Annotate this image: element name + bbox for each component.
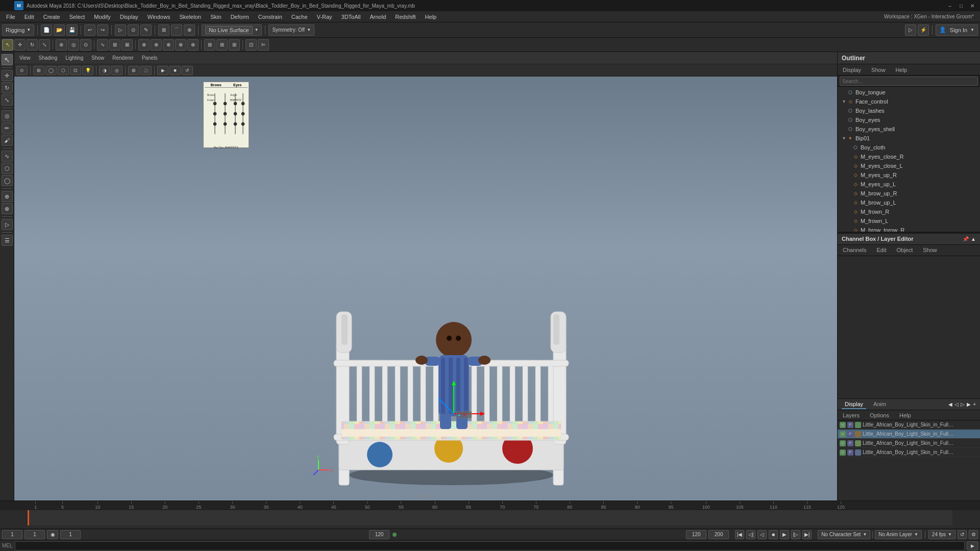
align-btn[interactable]: ⊨: [258, 39, 269, 51]
tree-item-bip01[interactable]: ▼ ✦ Bip01: [838, 134, 980, 143]
ipr-btn[interactable]: ⚡: [918, 24, 929, 36]
menu-modify[interactable]: Modify: [90, 13, 114, 21]
layers-next-btn[interactable]: ▶: [967, 402, 971, 407]
channel-box-expand[interactable]: ▲: [971, 236, 976, 242]
menu-3dtoall[interactable]: 3DToAll: [337, 13, 365, 21]
menu-display[interactable]: Display: [116, 13, 142, 21]
transform-select-btn[interactable]: ↖: [2, 39, 13, 51]
anim-prefs-btn[interactable]: ⚙: [969, 530, 978, 539]
range-start-input[interactable]: [686, 530, 706, 539]
paint-tool[interactable]: 🖌: [2, 135, 13, 146]
paint-sel-btn[interactable]: ✎: [140, 24, 152, 36]
rotate-tool[interactable]: ↻: [2, 82, 13, 93]
cvs-btn[interactable]: ∿: [97, 39, 108, 51]
new-scene-btn[interactable]: 📄: [41, 24, 52, 36]
save-scene-btn[interactable]: 💾: [66, 24, 78, 36]
joint-tool[interactable]: ⊕: [2, 191, 13, 202]
misc8-btn[interactable]: ⊞: [229, 39, 240, 51]
stop-btn[interactable]: ■: [769, 530, 778, 539]
scale-tool[interactable]: ⤡: [2, 94, 13, 106]
no-anim-layer-dropdown[interactable]: No Anim Layer ▼: [875, 530, 922, 539]
vp-smooth-btn[interactable]: ◯: [45, 66, 57, 75]
sculpt-tool[interactable]: ✏: [2, 122, 13, 134]
outliner-tab-display[interactable]: Display: [840, 66, 864, 74]
snap-grid-btn[interactable]: ⊞: [158, 24, 169, 36]
frame-start-input[interactable]: [2, 530, 22, 539]
tree-item-face-control[interactable]: ▼ ◇ Face_control: [838, 97, 980, 106]
misc1-btn[interactable]: ⊕: [138, 39, 150, 51]
layer-row-4[interactable]: V P Little_African_Boy_Light_Skin_in_Ful…: [838, 448, 980, 457]
snap-point-btn[interactable]: ⊕: [184, 24, 195, 36]
vp-loop-btn[interactable]: ↺: [182, 66, 193, 75]
tree-item-m-frown-r[interactable]: ◇ M_frown_R: [838, 207, 980, 216]
cb-tab-channels[interactable]: Channels: [840, 246, 869, 254]
outliner-search-input[interactable]: [840, 77, 978, 86]
layer-tab-display[interactable]: Display: [842, 400, 866, 409]
symmetry-dropdown[interactable]: Symmetry: Off ▼: [268, 24, 314, 36]
layer-row-3[interactable]: V P Little_African_Boy_Light_Skin_in_Ful…: [838, 439, 980, 448]
vp-flat-btn[interactable]: ⬡: [58, 66, 69, 75]
channel-box-pin[interactable]: 📌: [963, 236, 969, 242]
lasso-btn[interactable]: ⊙: [128, 24, 139, 36]
frame-anim-toggle[interactable]: ◉: [47, 530, 58, 539]
misc3-btn[interactable]: ⊕: [163, 39, 174, 51]
curve-tool[interactable]: ∿: [2, 151, 13, 162]
misc5-btn[interactable]: ⊕: [187, 39, 199, 51]
tree-item-m-eyes-close-l[interactable]: ◇ M_eyes_close_L: [838, 161, 980, 170]
layer-tab-anim[interactable]: Anim: [870, 400, 889, 409]
outliner-tab-show[interactable]: Show: [868, 66, 889, 74]
universal-manip-btn[interactable]: ⊛: [56, 39, 67, 51]
view-menu[interactable]: View: [16, 55, 34, 61]
vp-light-btn[interactable]: 💡: [82, 66, 93, 75]
redo-btn[interactable]: ↪: [97, 24, 108, 36]
vp-grid-btn[interactable]: ⊞: [128, 66, 139, 75]
open-scene-btn[interactable]: 📂: [54, 24, 65, 36]
show-menu[interactable]: Show: [88, 55, 107, 61]
show-manip-btn[interactable]: ⊙: [80, 39, 91, 51]
misc2-btn[interactable]: ⊕: [151, 39, 162, 51]
vp-ssao-btn[interactable]: ◎: [111, 66, 122, 75]
mel-run-btn[interactable]: ▶: [967, 541, 978, 550]
outliner-tab-help[interactable]: Help: [893, 66, 911, 74]
layers-add-btn[interactable]: +: [973, 402, 976, 407]
misc4-btn[interactable]: ⊕: [175, 39, 186, 51]
minimize-button[interactable]: –: [946, 2, 953, 9]
play-fwd-btn[interactable]: ▶: [780, 530, 789, 539]
renderer-menu[interactable]: Renderer: [109, 55, 137, 61]
scale-btn[interactable]: ⤡: [39, 39, 50, 51]
layers-tab-help[interactable]: Help: [896, 411, 914, 419]
menu-constrain[interactable]: Constrain: [254, 13, 286, 21]
tree-item-m-eyes-close-r[interactable]: ◇ M_eyes_close_R: [838, 152, 980, 161]
play-back-btn[interactable]: ◁: [757, 530, 767, 539]
timeline-bar[interactable]: [28, 510, 952, 525]
render-region[interactable]: ▷: [2, 219, 13, 230]
menu-skin[interactable]: Skin: [206, 13, 225, 21]
layers-tab-options[interactable]: Options: [867, 411, 892, 419]
rotate-btn[interactable]: ↻: [27, 39, 38, 51]
range-end-input[interactable]: [708, 530, 729, 539]
vp-wireframe-btn[interactable]: ⊞: [33, 66, 44, 75]
cb-tab-edit[interactable]: Edit: [873, 246, 889, 254]
maximize-button[interactable]: □: [958, 2, 965, 9]
tree-item-m-brow-up-r[interactable]: ◇ M_brow_up_R: [838, 189, 980, 198]
soft-mod-tool[interactable]: ◎: [2, 110, 13, 121]
cb-tab-object[interactable]: Object: [893, 246, 916, 254]
menu-cache[interactable]: Cache: [287, 13, 312, 21]
menu-windows[interactable]: Windows: [143, 13, 175, 21]
misc7-btn[interactable]: ⊞: [216, 39, 228, 51]
lighting-menu[interactable]: Lighting: [62, 55, 86, 61]
face-control-panel[interactable]: Brows Eyes: [203, 82, 249, 148]
tree-item-m-brow-torow-r[interactable]: ◇ M_brow_torow_R: [838, 226, 980, 232]
vp-select-camera[interactable]: ⊙: [16, 66, 28, 75]
frame-current-input[interactable]: [24, 530, 45, 539]
layers-back-btn[interactable]: ◁: [954, 402, 959, 407]
shading-menu[interactable]: Shading: [36, 55, 61, 61]
menu-help[interactable]: Help: [421, 13, 441, 21]
menu-arnold[interactable]: Arnold: [365, 13, 390, 21]
tree-item-m-eyes-up-r[interactable]: ◇ M_eyes_up_R: [838, 170, 980, 180]
menu-select[interactable]: Select: [65, 13, 89, 21]
tree-item-boy-eyes-shell[interactable]: ⬡ Boy_eyes_shell: [838, 124, 980, 134]
move-btn[interactable]: ✛: [14, 39, 26, 51]
wrap-btn[interactable]: ⊠: [121, 39, 133, 51]
select-tool[interactable]: ↖: [2, 54, 13, 65]
